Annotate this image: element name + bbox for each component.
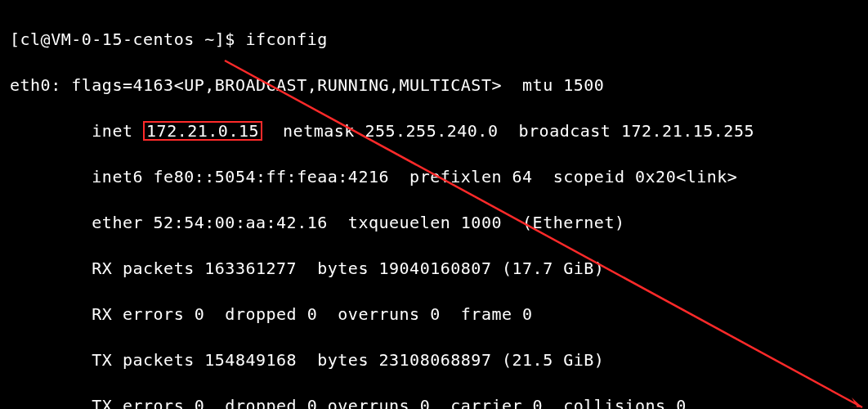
eth0-inet-line: inet 172.21.0.15 netmask 255.255.240.0 b… [10,119,861,142]
shell-prompt: [cl@VM-0-15-centos ~]$ [10,29,245,49]
eth0-ip-highlight: 172.21.0.15 [143,121,262,141]
eth0-tx-packets: TX packets 154849168 bytes 23108068897 (… [10,348,861,371]
eth0-tx-errors: TX errors 0 dropped 0 overruns 0 carrier… [10,394,861,409]
prompt-line[interactable]: [cl@VM-0-15-centos ~]$ ifconfig [10,28,861,51]
command-text: ifconfig [245,29,327,49]
eth0-rx-packets: RX packets 163361277 bytes 19040160807 (… [10,257,861,280]
eth0-inet-prefix: inet [10,121,143,141]
eth0-header: eth0: flags=4163<UP,BROADCAST,RUNNING,MU… [10,74,861,97]
eth0-rx-errors: RX errors 0 dropped 0 overruns 0 frame 0 [10,303,861,326]
eth0-ether: ether 52:54:00:aa:42.16 txqueuelen 1000 … [10,211,861,234]
eth0-inet6: inet6 fe80::5054:ff:feaa:4216 prefixlen … [10,165,861,188]
eth0-inet-rest: netmask 255.255.240.0 broadcast 172.21.1… [262,121,754,141]
terminal-output[interactable]: [cl@VM-0-15-centos ~]$ ifconfig eth0: fl… [0,0,868,409]
